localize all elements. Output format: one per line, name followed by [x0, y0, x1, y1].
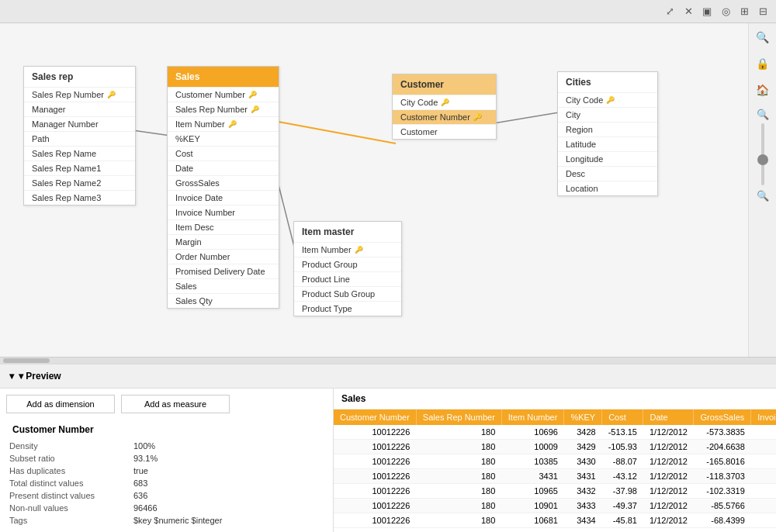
lock-sidebar-icon[interactable]: 🔒	[755, 56, 771, 71]
field-sales-rep-name1[interactable]: Sales Rep Name1	[24, 161, 135, 175]
field-sales-rep-number-key[interactable]: Sales Rep Number 🔑	[168, 102, 279, 116]
table-cell: 3429	[564, 440, 602, 454]
col-invoice-date[interactable]: Invoice Date	[751, 409, 776, 425]
entity-sales-rep-header: Sales rep	[24, 67, 135, 87]
table-cell: 180	[416, 425, 501, 440]
table-cell: 1/12/2012	[643, 440, 694, 454]
table-cell: 3434	[564, 513, 602, 528]
field-customer-number-key[interactable]: Customer Number 🔑	[168, 87, 279, 102]
table-cell: 180	[416, 454, 501, 469]
table-row: 10012226180109653432-37.981/12/2012-102.…	[334, 484, 776, 499]
add-dimension-button[interactable]: Add as dimension	[6, 395, 115, 413]
entity-item-master-header: Item master	[294, 222, 401, 242]
field-product-type[interactable]: Product Type	[294, 301, 401, 316]
field-city-code-key[interactable]: City Code 🔑	[393, 95, 496, 109]
field-product-group[interactable]: Product Group	[294, 257, 401, 271]
field-customer[interactable]: Customer	[393, 124, 496, 139]
expand-icon[interactable]: ⤢	[663, 5, 677, 19]
target-icon[interactable]: ◎	[719, 5, 733, 19]
table-cell: -68.4399	[694, 513, 751, 528]
col-pct-key[interactable]: %KEY	[564, 409, 602, 425]
col-date[interactable]: Date	[643, 409, 694, 425]
field-invoice-date[interactable]: Invoice Date	[168, 190, 279, 205]
entity-item-master: Item master Item Number 🔑 Product Group …	[293, 221, 402, 316]
preview-header[interactable]: ▾ ▾ Preview	[0, 364, 776, 389]
field-gross-sales[interactable]: GrossSales	[168, 175, 279, 190]
field-customer-number-highlighted[interactable]: Customer Number 🔑	[393, 109, 496, 124]
col-customer-number[interactable]: Customer Number	[334, 409, 416, 425]
table-cell: -204.6638	[694, 440, 751, 454]
preview-toggle-icon: ▾	[9, 371, 14, 382]
field-product-line[interactable]: Product Line	[294, 271, 401, 286]
table-cell: 10009	[501, 440, 564, 454]
field-item-number-master[interactable]: Item Number 🔑	[294, 242, 401, 257]
table-cell: 1/12/20	[751, 484, 776, 499]
grid-icon[interactable]: ⊞	[737, 5, 751, 19]
svg-line-3	[489, 112, 559, 124]
preview-table-area[interactable]: Sales Customer Number Sales Rep Number I…	[334, 389, 776, 532]
table-cell: 3431	[501, 469, 564, 484]
window-icon[interactable]: ▣	[700, 5, 714, 19]
table-header-row: Customer Number Sales Rep Number Item Nu…	[334, 409, 776, 425]
field-product-sub-group[interactable]: Product Sub Group	[294, 286, 401, 301]
field-location[interactable]: Location	[558, 181, 657, 195]
field-invoice-number[interactable]: Invoice Number	[168, 205, 279, 219]
field-longitude[interactable]: Longitude	[558, 151, 657, 166]
field-city[interactable]: City	[558, 107, 657, 122]
table-body: 10012226180106963428-513.151/12/2012-573…	[334, 425, 776, 528]
field-sales[interactable]: Sales	[168, 278, 279, 293]
col-sales-rep-number[interactable]: Sales Rep Number	[416, 409, 501, 425]
table-cell: 10012226	[334, 425, 416, 440]
field-sales-rep-number[interactable]: Sales Rep Number 🔑	[24, 87, 135, 102]
field-city-code[interactable]: City Code 🔑	[558, 92, 657, 107]
field-promised-delivery-date[interactable]: Promised Delivery Date	[168, 264, 279, 278]
table-cell: 180	[416, 484, 501, 499]
field-pct-key[interactable]: %KEY	[168, 131, 279, 146]
field-margin[interactable]: Margin	[168, 234, 279, 249]
close-icon[interactable]: ✕	[681, 5, 695, 19]
add-measure-button[interactable]: Add as measure	[121, 395, 230, 413]
field-date[interactable]: Date	[168, 161, 279, 175]
entity-customer: Customer City Code 🔑 Customer Number 🔑 C…	[392, 74, 497, 140]
info-row-present-distinct: Present distinct values 636	[9, 491, 327, 500]
field-latitude[interactable]: Latitude	[558, 136, 657, 151]
field-desc[interactable]: Desc	[558, 166, 657, 181]
entity-sales-header: Sales	[168, 67, 279, 87]
col-item-number[interactable]: Item Number	[501, 409, 564, 425]
table-cell: 10696	[501, 425, 564, 440]
field-region[interactable]: Region	[558, 122, 657, 136]
field-sales-rep-name2[interactable]: Sales Rep Name2	[24, 175, 135, 190]
field-sales-qty[interactable]: Sales Qty	[168, 293, 279, 308]
er-canvas[interactable]: Sales rep Sales Rep Number 🔑 Manager Man…	[0, 23, 748, 357]
field-manager-number[interactable]: Manager Number	[24, 116, 135, 131]
search-sidebar-icon[interactable]: 🔍	[755, 29, 771, 45]
field-item-number-key[interactable]: Item Number 🔑	[168, 116, 279, 131]
info-row-has-duplicates: Has duplicates true	[9, 466, 327, 475]
canvas-area: Sales rep Sales Rep Number 🔑 Manager Man…	[0, 23, 776, 357]
table-cell: 1/12/2012	[643, 513, 694, 528]
col-cost[interactable]: Cost	[602, 409, 643, 425]
table-row: 10012226180106813434-45.811/12/2012-68.4…	[334, 513, 776, 528]
col-gross-sales[interactable]: GrossSales	[694, 409, 751, 425]
table-row: 10012226180103853430-88.071/12/2012-165.…	[334, 454, 776, 469]
field-order-number[interactable]: Order Number	[168, 249, 279, 264]
table-row: 1001222618034313431-43.121/12/2012-118.3…	[334, 469, 776, 484]
table-cell: -118.3703	[694, 469, 751, 484]
table-cell: 3428	[564, 425, 602, 440]
home-sidebar-icon[interactable]: 🏠	[755, 82, 771, 98]
table-cell: 1/12/2012	[643, 454, 694, 469]
table-cell: -45.81	[602, 513, 643, 528]
field-info-name: Customer Number	[12, 424, 327, 435]
field-sales-rep-name3[interactable]: Sales Rep Name3	[24, 190, 135, 205]
zoom-slider[interactable]: 🔍 🔍	[757, 109, 769, 202]
field-cost[interactable]: Cost	[168, 146, 279, 161]
field-sales-rep-name[interactable]: Sales Rep Name	[24, 146, 135, 161]
field-manager[interactable]: Manager	[24, 102, 135, 116]
info-row-subset-ratio: Subset ratio 93.1%	[9, 454, 327, 463]
field-path[interactable]: Path	[24, 131, 135, 146]
menu-icon[interactable]: ⊟	[756, 5, 770, 19]
table-cell: 3430	[564, 454, 602, 469]
svg-line-2	[270, 120, 396, 143]
table-cell: 10012226	[334, 499, 416, 513]
field-item-desc[interactable]: Item Desc	[168, 219, 279, 234]
